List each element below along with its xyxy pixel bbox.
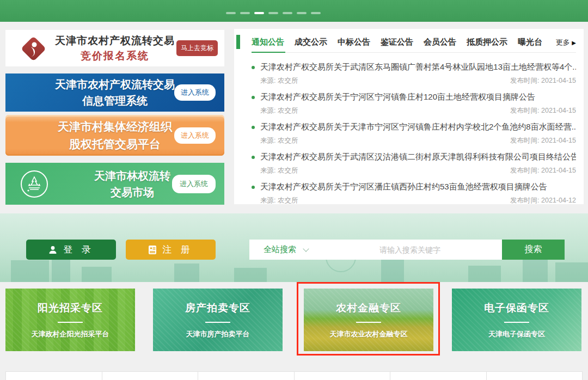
carousel-dash[interactable] <box>226 12 236 14</box>
site-logo-icon <box>21 36 46 61</box>
enter-system-button-blue[interactable]: 进入系统 <box>174 84 216 101</box>
login-button[interactable]: 登 录 <box>26 240 116 260</box>
bottom-cell[interactable] <box>295 372 391 380</box>
top-carousel-banner <box>0 0 588 22</box>
register-button[interactable]: 注 册 <box>126 240 216 260</box>
announcement-meta: 来源: 农交所 发布时间: 2021-04-15 <box>260 166 576 175</box>
tab-winning-bids[interactable]: 中标公告 <box>338 37 370 48</box>
zone-card-sunshine-procurement[interactable]: 阳光招采专区 天津政村企阳光招采平台 <box>5 289 135 351</box>
site-title-line2: 竞价报名系统 <box>53 49 176 63</box>
bullet-icon <box>252 186 255 189</box>
banner-title: 天津市村集体经济组织 股权托管交易平台 <box>58 118 172 152</box>
tab-notice[interactable]: 通知公告 <box>252 37 284 48</box>
search-scope-select[interactable]: 全站搜索 <box>249 244 318 255</box>
divider <box>504 322 529 323</box>
search-input[interactable] <box>318 246 502 254</box>
search-button[interactable]: 搜索 <box>502 240 565 260</box>
announcement-meta: 来源: 农交所 发布时间: 2021-04-15 <box>260 136 576 145</box>
announcement-title[interactable]: 天津农村产权交易所关于宁河区宁河镇鲁庄村120亩土地经营权项目摘牌公告 <box>260 92 535 102</box>
announcement-title[interactable]: 天津农村产权交易所关于宁河区潘庄镇西孙庄村约53亩鱼池经营权项目摘牌公告 <box>260 182 547 192</box>
bottom-links-strip <box>5 371 583 380</box>
enter-system-button-green[interactable]: 进入系统 <box>172 175 216 193</box>
tab-members[interactable]: 会员公告 <box>424 37 456 48</box>
announcements-tabbar: 通知公告 成交公示 中标公告 鉴证公告 会员公告 抵质押公示 曝光台 更多 ▶ <box>234 33 584 52</box>
list-item[interactable]: 天津农村产权交易所关于武清区东马圈镇广善村第4号林业队园地13亩土地经营权等4个… <box>252 58 576 88</box>
carousel-dash[interactable] <box>283 12 292 14</box>
forest-rights-banner[interactable]: 天津市林权流转 交易市场 进入系统 <box>5 163 224 205</box>
bullet-icon <box>252 126 255 129</box>
zone-card-property-auction[interactable]: 房产拍卖专区 天津市房产拍卖平台 <box>153 289 283 351</box>
announcement-meta: 来源: 农交所 发布时间: 2021-04-15 <box>260 76 576 85</box>
tabbar-divider <box>252 52 576 53</box>
announcements-panel: 通知公告 成交公示 中标公告 鉴证公告 会员公告 抵质押公示 曝光台 更多 ▶ … <box>234 29 584 204</box>
tab-exposure[interactable]: 曝光台 <box>518 37 542 48</box>
bidding-system-card: 天津市农村产权流转交易 竞价报名系统 马上去竞标 <box>5 30 224 66</box>
zone-card-rural-finance[interactable]: 农村金融专区 天津市农业农村金融专区 <box>304 289 433 351</box>
bullet-icon <box>252 156 255 159</box>
announcement-meta: 来源: 农交所 发布时间: 2021-04-15 <box>260 106 576 115</box>
tab-deals[interactable]: 成交公示 <box>295 37 327 48</box>
announcement-title[interactable]: 天津农村产权交易所关于武清区东马圈镇广善村第4号林业队园地13亩土地经营权等4个… <box>260 62 576 72</box>
bottom-cell[interactable] <box>102 372 199 380</box>
go-bid-button[interactable]: 马上去竞标 <box>176 40 218 56</box>
chevron-down-icon <box>303 246 309 252</box>
carousel-dash[interactable] <box>311 12 321 14</box>
zone-card-e-guarantee[interactable]: 电子保函专区 天津电子保函专区 <box>452 289 581 351</box>
bottom-cell[interactable] <box>390 372 487 380</box>
id-card-icon <box>148 245 157 255</box>
tab-pledge[interactable]: 抵质押公示 <box>467 37 507 48</box>
more-link[interactable]: 更多 ▶ <box>556 38 576 47</box>
list-item[interactable]: 天津农村产权交易所关于天津市宁河区宁河镇鲁庄村村内学校北2个鱼池约8亩水面经营.… <box>252 118 576 148</box>
divider <box>356 322 381 323</box>
bottom-cell[interactable] <box>198 372 295 380</box>
list-item[interactable]: 天津农村产权交易所关于宁河区潘庄镇西孙庄村约53亩鱼池经营权项目摘牌公告 来源:… <box>252 178 576 208</box>
page: 天津市农村产权流转交易 竞价报名系统 马上去竞标 天津市农村产权流转交易 信息管… <box>0 0 588 380</box>
bullet-icon <box>252 66 255 69</box>
list-item[interactable]: 天津农村产权交易所关于宁河区宁河镇鲁庄村120亩土地经营权项目摘牌公告 来源: … <box>252 88 576 118</box>
announcement-title[interactable]: 天津农村产权交易所关于天津市宁河区宁河镇鲁庄村村内学校北2个鱼池约8亩水面经营.… <box>260 122 576 132</box>
carousel-dash-active[interactable] <box>254 12 264 14</box>
banner-title: 天津市农村产权流转交易 信息管理系统 <box>55 76 175 109</box>
carousel-indicators <box>226 12 321 14</box>
site-title: 天津市农村产权流转交易 竞价报名系统 <box>53 34 176 63</box>
carousel-dash[interactable] <box>268 12 278 14</box>
site-title-line1: 天津市农村产权流转交易 <box>53 34 176 48</box>
banner-title: 天津市林权流转 交易市场 <box>59 168 170 200</box>
divider <box>58 322 83 323</box>
tab-accent-bar <box>236 35 240 49</box>
enter-system-button-orange[interactable]: 进入系统 <box>174 127 216 144</box>
tab-certification[interactable]: 鉴证公告 <box>381 37 413 48</box>
more-arrow-icon: ▶ <box>572 40 576 46</box>
divider <box>205 322 230 323</box>
carousel-dash[interactable] <box>240 12 250 14</box>
user-icon <box>48 245 58 255</box>
active-tab-underline <box>252 52 285 53</box>
info-management-banner[interactable]: 天津市农村产权流转交易 信息管理系统 进入系统 <box>5 73 224 112</box>
list-item[interactable]: 天津农村产权交易所关于武清区汉沽港镇二街村原天津凯得利科技有限公司项目终结公告 … <box>252 148 576 178</box>
announcement-title[interactable]: 天津农村产权交易所关于武清区汉沽港镇二街村原天津凯得利科技有限公司项目终结公告 <box>260 152 576 162</box>
equity-platform-banner[interactable]: 天津市村集体经济组织 股权托管交易平台 进入系统 <box>5 115 224 156</box>
bottom-cell[interactable] <box>6 372 102 380</box>
announcement-meta: 来源: 农交所 发布时间: 2021-04-12 <box>260 196 576 205</box>
carousel-dash[interactable] <box>297 12 307 14</box>
tree-icon <box>21 170 48 198</box>
announcement-list: 天津农村产权交易所关于武清区东马圈镇广善村第4号林业队园地13亩土地经营权等4个… <box>234 53 584 208</box>
search-bar: 全站搜索 <box>249 240 502 260</box>
bottom-cell[interactable] <box>487 372 583 380</box>
bullet-icon <box>252 96 255 99</box>
